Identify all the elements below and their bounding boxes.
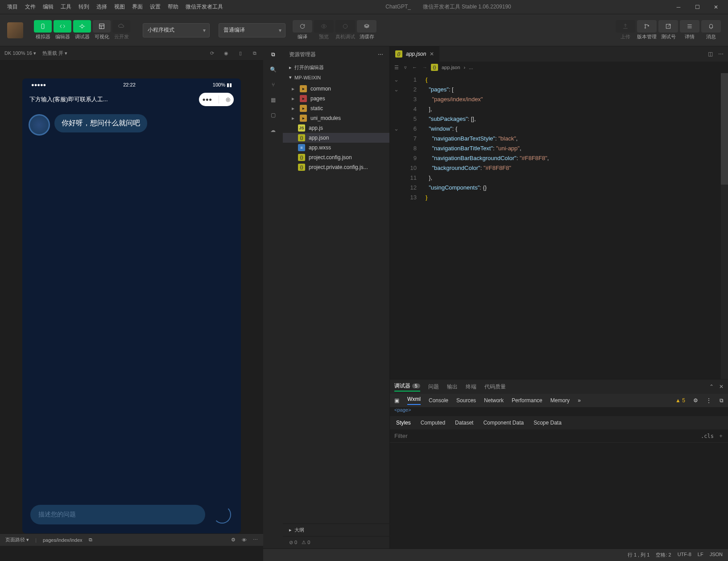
project-section[interactable]: ▾ MP-WEIXIN: [283, 73, 389, 82]
warning-badge[interactable]: ▲ 5: [675, 397, 685, 404]
debugger-tab-quality[interactable]: 代码质量: [484, 383, 506, 391]
minimize-button[interactable]: ─: [670, 2, 687, 12]
breadcrumb[interactable]: ☰ ▿ ← → {} app.json › ...: [390, 62, 728, 73]
tree-item-pages[interactable]: ▸pages: [283, 94, 389, 103]
chat-input[interactable]: 描述您的问题: [30, 505, 205, 524]
close-tab-icon[interactable]: ✕: [430, 51, 434, 57]
styles-tab-styles[interactable]: Styles: [396, 420, 411, 426]
cloud-button[interactable]: [112, 20, 130, 33]
compile-select[interactable]: 普通编译: [219, 23, 285, 37]
forward-icon[interactable]: →: [422, 65, 427, 70]
tree-item-app-wxss[interactable]: ≡app.wxss: [283, 143, 389, 153]
tree-item-project-private-config-js-[interactable]: {}project.private.config.js...: [283, 162, 389, 172]
tree-item-common[interactable]: ▸common: [283, 84, 389, 94]
capsule-menu-icon[interactable]: ●●●: [203, 96, 212, 103]
capsule[interactable]: ●●● ◎: [199, 93, 234, 106]
explorer-tab-icon[interactable]: ⧉: [268, 49, 278, 60]
copy-path-icon[interactable]: ⧉: [89, 537, 92, 543]
eol-info[interactable]: LF: [698, 552, 703, 558]
copy-icon[interactable]: ⧉: [251, 50, 259, 58]
menu-tools[interactable]: 工具: [57, 1, 75, 12]
editor-tab[interactable]: {} app.json ✕: [390, 46, 439, 62]
cls-toggle[interactable]: .cls: [701, 433, 714, 439]
gear-icon[interactable]: ⚙: [693, 397, 698, 404]
chevron-up-icon[interactable]: ⌃: [709, 384, 714, 390]
styles-tab-component[interactable]: Component Data: [483, 420, 524, 426]
back-icon[interactable]: ←: [412, 65, 417, 70]
devtool-network[interactable]: Network: [484, 397, 504, 404]
add-rule-icon[interactable]: ＋: [718, 432, 724, 440]
styles-tab-computed[interactable]: Computed: [421, 420, 445, 426]
hotreload-toggle[interactable]: 热重载 开 ▾: [42, 50, 67, 57]
devtool-more-icon[interactable]: »: [578, 397, 581, 404]
phone-preview[interactable]: ●●●●●22:22100% ▮▮ 下方输入(客服)即可联系人工... ●●● …: [22, 78, 241, 533]
menu-help[interactable]: 帮助: [164, 1, 182, 12]
upload-button[interactable]: [616, 20, 635, 33]
version-button[interactable]: [637, 20, 657, 33]
cursor-position[interactable]: 行 1 , 列 1: [628, 552, 650, 558]
more-icon[interactable]: ⋯: [253, 537, 258, 543]
tree-item-app-json[interactable]: {}app.json: [283, 133, 389, 143]
refresh-icon[interactable]: ⟳: [208, 50, 216, 58]
phone-icon[interactable]: ▯: [236, 50, 244, 58]
menu-interface[interactable]: 界面: [128, 1, 146, 12]
menu-wechat-devtools[interactable]: 微信开发者工具: [182, 1, 227, 12]
encoding-info[interactable]: UTF-8: [678, 552, 691, 558]
page-path[interactable]: pages/index/index: [43, 537, 83, 543]
open-editors-section[interactable]: ▸ 打开的编辑器: [283, 62, 389, 73]
devtool-console[interactable]: Console: [429, 397, 448, 404]
details-button[interactable]: [680, 20, 699, 33]
styles-tab-scope[interactable]: Scope Data: [534, 420, 562, 426]
tree-item-static[interactable]: ▸static: [283, 103, 389, 113]
capsule-close-icon[interactable]: ◎: [226, 96, 230, 103]
code-editor[interactable]: ⌄⌄⌄ 12345678910111213 { "pages": [ "page…: [390, 73, 728, 379]
git-tab-icon[interactable]: ⑂: [268, 79, 278, 90]
purge-button[interactable]: [357, 20, 376, 33]
warnings-count[interactable]: ⚠ 0: [302, 540, 310, 545]
styles-filter-input[interactable]: [394, 433, 701, 439]
menu-edit[interactable]: 编辑: [39, 1, 57, 12]
outline-section[interactable]: ▸ 大纲: [283, 524, 389, 536]
devtool-sources[interactable]: Sources: [456, 397, 476, 404]
debugger-tab-problems[interactable]: 问题: [428, 383, 439, 391]
simulator-button[interactable]: [34, 20, 52, 33]
mode-select[interactable]: 小程序模式: [143, 23, 210, 37]
tree-item-uni_modules[interactable]: ▸uni_modules: [283, 113, 389, 123]
language-mode[interactable]: JSON: [710, 552, 723, 558]
indent-info[interactable]: 空格: 2: [656, 552, 671, 558]
visual-button[interactable]: [93, 20, 111, 33]
maximize-button[interactable]: ☐: [689, 2, 706, 12]
editor-button[interactable]: [54, 20, 71, 33]
minimap[interactable]: [721, 73, 728, 379]
debugger-button[interactable]: [73, 20, 91, 33]
debugger-tab-debugger[interactable]: 调试器 5: [394, 382, 420, 392]
cube-icon[interactable]: ▢: [268, 110, 278, 120]
menu-select[interactable]: 选择: [93, 1, 111, 12]
wxml-tree[interactable]: <page>: [390, 407, 728, 416]
bookmark-icon[interactable]: ▿: [404, 65, 407, 70]
menu-settings[interactable]: 设置: [146, 1, 164, 12]
search-tab-icon[interactable]: 🔍: [268, 64, 278, 75]
cloud-tab-icon[interactable]: ☁: [268, 125, 278, 136]
kebab-icon[interactable]: ⋮: [706, 397, 711, 404]
close-panel-icon[interactable]: ✕: [719, 384, 724, 390]
user-avatar[interactable]: [7, 22, 23, 38]
dock-icon[interactable]: ⧉: [720, 397, 724, 404]
gear-icon[interactable]: ⚙: [231, 537, 236, 543]
eye-icon[interactable]: 👁: [242, 537, 247, 543]
record-icon[interactable]: ◉: [222, 50, 230, 58]
debugger-tab-terminal[interactable]: 终端: [466, 383, 476, 391]
devtool-memory[interactable]: Memory: [550, 397, 570, 404]
devtool-wxml[interactable]: Wxml: [407, 396, 421, 405]
preview-button[interactable]: [314, 20, 334, 33]
toc-icon[interactable]: ☰: [394, 65, 399, 70]
explorer-more-icon[interactable]: ⋯: [378, 51, 383, 58]
compile-button[interactable]: [293, 20, 312, 33]
errors-count[interactable]: ⊘ 0: [289, 540, 297, 545]
menu-file[interactable]: 文件: [21, 1, 39, 12]
device-info[interactable]: DK 100% 16 ▾: [4, 50, 36, 56]
devtool-performance[interactable]: Performance: [512, 397, 542, 404]
menu-goto[interactable]: 转到: [75, 1, 93, 12]
menu-project[interactable]: 项目: [4, 1, 21, 12]
tree-item-app-js[interactable]: JSapp.js: [283, 123, 389, 133]
